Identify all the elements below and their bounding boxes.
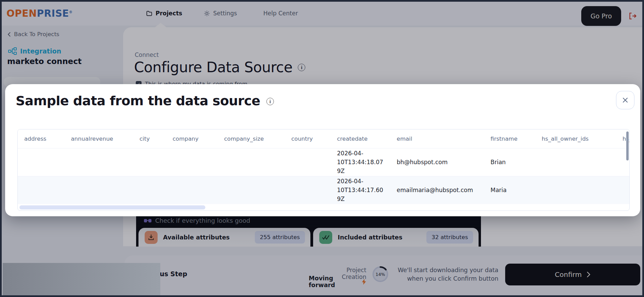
- sample-data-table: address annualrevenue city company compa…: [17, 129, 630, 211]
- table-row: 2026-04-10T13:44:17.609Z emailmaria@hubs…: [18, 176, 630, 204]
- cell-city: [133, 148, 166, 176]
- column-header: company_size: [218, 129, 285, 148]
- column-header: address: [18, 129, 64, 148]
- close-button[interactable]: [616, 91, 634, 109]
- modal-title-text: Sample data from the data source: [16, 93, 260, 108]
- cell-address: [18, 148, 64, 176]
- info-icon[interactable]: i: [266, 98, 274, 105]
- cell-address: [18, 176, 64, 204]
- modal-title: Sample data from the data source i: [16, 93, 274, 108]
- cell-hs: [616, 176, 630, 204]
- cell-email: bh@hubspot.com: [390, 148, 484, 176]
- cell-company: [166, 176, 218, 204]
- vertical-scrollbar-thumb[interactable]: [626, 131, 629, 160]
- cell-firstname: Brian: [484, 148, 535, 176]
- cell-hs-all-owner-ids: [535, 148, 616, 176]
- column-header: email: [390, 129, 484, 148]
- cell-annualrevenue: [64, 148, 133, 176]
- cell-company-size: [218, 176, 285, 204]
- cell-email: emailmaria@hubspot.com: [390, 176, 484, 204]
- column-header: annualrevenue: [64, 129, 133, 148]
- app-window: OPENPRISE® Projects Settings Help Center…: [0, 0, 644, 297]
- cell-country: [285, 176, 331, 204]
- column-header: company: [166, 129, 218, 148]
- cell-company-size: [218, 148, 285, 176]
- column-header: country: [285, 129, 331, 148]
- cell-createdate: 2026-04-10T13:44:17.609Z: [331, 176, 390, 204]
- cell-city: [133, 176, 166, 204]
- redacted-region: [3, 263, 160, 297]
- column-header: firstname: [484, 129, 535, 148]
- column-header: createdate: [331, 129, 390, 148]
- cell-annualrevenue: [64, 176, 133, 204]
- cell-company: [166, 148, 218, 176]
- sample-data-modal: Sample data from the data source i addre…: [5, 84, 640, 216]
- data-table: address annualrevenue city company compa…: [18, 129, 630, 204]
- table-row: 2026-04-10T13:44:18.079Z bh@hubspot.com …: [18, 148, 630, 176]
- cell-firstname: Maria: [484, 176, 535, 204]
- column-header: city: [133, 129, 166, 148]
- horizontal-scrollbar-thumb[interactable]: [19, 205, 205, 209]
- cell-hs-all-owner-ids: [535, 176, 616, 204]
- cell-country: [285, 148, 331, 176]
- table-header-row: address annualrevenue city company compa…: [18, 129, 630, 148]
- cell-createdate: 2026-04-10T13:44:18.079Z: [331, 148, 390, 176]
- column-header: hs_all_owner_ids: [535, 129, 616, 148]
